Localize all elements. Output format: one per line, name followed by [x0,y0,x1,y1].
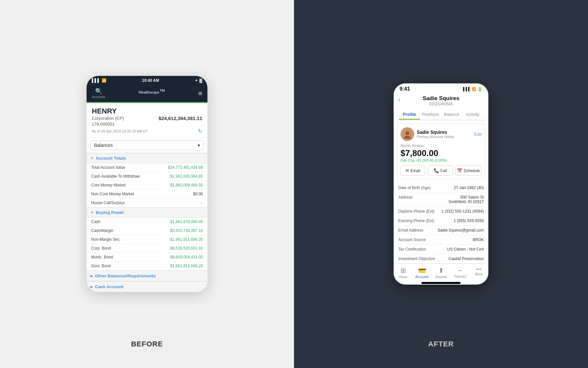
avatar [400,127,414,141]
email-button[interactable]: ✉ Email [400,166,425,176]
before-panel: ▌▌▌ 📶 10:40 AM ✦ ▓ 🔍 Accounts Wealthscap… [0,0,294,368]
more-icon: ••• [476,267,482,272]
account-balance: $7,800.00 [400,148,482,158]
profile-card-top: Sadie Squires Primary Account Holder Edi… [400,127,482,141]
buying-power-rows: Cash $1,961,678,090.05 Cash/Margin $3,92… [87,218,207,271]
signal-icons: ▌▌▌ 📶 [92,78,106,83]
expand-icon: ▼ [90,156,94,160]
email-icon: ✉ [405,168,409,173]
battery-icons: ✦ ▓ [195,78,202,83]
list-item: Date of Birth (Age) 27-Jan-1982 (40) [398,183,484,193]
account-type: Corporation (CP) [92,116,124,121]
home-indicator [421,282,461,284]
other-balances-title: Other Balances/Requirements [95,273,156,278]
refresh-icon[interactable]: ↻ [198,128,202,134]
battery-icon: ▓ [199,78,202,83]
tab-balance[interactable]: Balance [441,109,462,120]
before-phone: ▌▌▌ 📶 10:40 AM ✦ ▓ 🔍 Accounts Wealthscap… [87,76,207,292]
account-name: HENRY [92,107,202,115]
action-buttons: ✉ Email 📞 Call 📅 Schedule [400,166,482,176]
buying-power-header[interactable]: ▼ Buying Power [87,207,207,218]
table-row: Core Money Market $1,962,009,484.50 [87,181,207,190]
edit-button[interactable]: Edit [474,132,482,137]
account-id: 179-000051 [92,122,202,127]
after-panel: 9:41 ▌▌▌ 📶 🔋 ‹ Sadie Squires 03325450545… [294,0,588,368]
cash-account-title: Cash Account [95,284,123,289]
account-totals-title: Account Totals [96,156,126,161]
expand-icon: ▼ [90,211,94,214]
search-accounts-group[interactable]: 🔍 Accounts [92,88,105,99]
wifi-icon: 📶 [472,87,476,91]
accounts-nav-label[interactable]: Accounts [92,95,105,99]
status-icons-after: ▌▌▌ 📶 🔋 [463,87,482,92]
account-totals-header[interactable]: ▼ Account Totals [87,153,207,163]
wifi-icon: 📶 [102,78,106,83]
nav-home[interactable]: ⊞ Home [394,267,413,279]
profile-name: Sadie Squires [399,95,483,102]
tab-activity[interactable]: Activity [462,109,483,120]
table-row: Total Account Value $24,772,461,434.68 [87,163,207,172]
phone-icon: 📞 [434,168,439,173]
balances-dropdown[interactable]: Balances ▾ [90,140,204,150]
table-row: Cash/Margin $3,923,718,397.16 [87,226,207,235]
list-item: Account Source BROK [398,235,484,245]
cash-account-header[interactable]: ▶ Cash Account [87,281,207,292]
dropdown-row: Balances ▾ [87,138,207,153]
nav-deposit-label: Deposit [435,275,447,279]
tab-positions[interactable]: Positions [420,109,441,120]
table-row: Non-Core Money Market $0.00 [87,190,207,199]
profile-account-id: 03325450545 [399,102,483,106]
person-info: Sadie Squires Primary Account Holder [417,130,455,139]
after-phone: 9:41 ▌▌▌ 📶 🔋 ‹ Sadie Squires 03325450545… [394,83,488,285]
home-icon: ⊞ [400,267,406,274]
nav-transact-label: Transact [454,275,466,278]
table-row: Cash Available To Withdraw $1,962,006,98… [87,172,207,181]
back-button[interactable]: ‹ [398,96,400,103]
accounts-icon: 💳 [418,267,426,274]
status-time: 10:40 AM [142,78,159,83]
nav-more-label: More [475,272,483,276]
needs-review-label: Needs Review [400,144,482,148]
other-balances-header[interactable]: ▶ Other Balances/Requirements [87,271,207,281]
nav-accounts-label: Accounts [415,275,429,279]
bottom-nav: ⊞ Home 💳 Accounts ⬆ Deposit ↔ Transact •… [394,264,488,281]
list-item: Address 500 Salem StSmithfield, RI 02917 [398,193,484,207]
list-item: Daytime Phone (Ext) 1 (332) 555-1231 (45… [398,207,484,216]
tabs-row: Profile Positions Balance Activity [399,109,483,120]
buying-power-title: Buying Power [96,210,124,215]
table-row: House Call/Surplus -- [87,199,207,207]
schedule-button[interactable]: 📅 Schedule [455,166,482,176]
call-button[interactable]: 📞 Call [428,166,453,176]
profile-header: ‹ Sadie Squires 03325450545 Profile Posi… [394,93,488,120]
bluetooth-icon: ✦ [195,78,198,83]
signal-icon: ▌▌▌ [463,87,471,91]
status-bar-before: ▌▌▌ 📶 10:40 AM ✦ ▓ [87,76,207,85]
tab-profile[interactable]: Profile [399,109,420,120]
account-totals-rows: Total Account Value $24,772,461,434.68 C… [87,163,207,207]
calendar-icon: 📅 [457,168,462,173]
nav-deposit[interactable]: ⬆ Deposit [432,267,450,279]
status-time-after: 9:41 [400,86,410,92]
deposit-icon: ⬆ [438,267,444,274]
info-section: Date of Birth (Age) 27-Jan-1982 (40) Add… [394,181,488,264]
list-item: Evening Phone (Ext) 1 (555) 555-5555 [398,216,484,226]
signal-icon: ▌▌▌ [92,78,100,83]
app-title: Wealthscape™ [139,88,165,98]
account-date: As of 26-Apr-2018 10:39:25 AM ET [92,129,148,133]
menu-icon[interactable]: ≡ [198,90,202,97]
list-item: Investment Objective Capital Preservatio… [398,254,484,264]
day-change: Day Chg +$1,000.00 (0.00%) [400,158,482,162]
chevron-down-icon: ▾ [198,143,200,148]
person-name: Sadie Squires [417,130,455,135]
search-icon[interactable]: 🔍 [95,88,102,95]
list-item: Email Address Sadie.Squires@gmail.com [398,226,484,235]
nav-more[interactable]: ••• More [469,267,488,279]
collapse-icon: ▶ [90,274,93,278]
table-row: Cash $1,961,678,090.05 [87,218,207,226]
table-row: Non-Margin Sec. $1,961,811,686.20 [87,235,207,244]
nav-transact[interactable]: ↔ Transact [450,267,469,279]
table-row: Corp. Bond $6,539,530,661.93 [87,244,207,253]
nav-accounts[interactable]: 💳 Accounts [413,267,432,279]
status-bar-after: 9:41 ▌▌▌ 📶 🔋 [394,83,488,93]
battery-icon: 🔋 [477,87,482,92]
